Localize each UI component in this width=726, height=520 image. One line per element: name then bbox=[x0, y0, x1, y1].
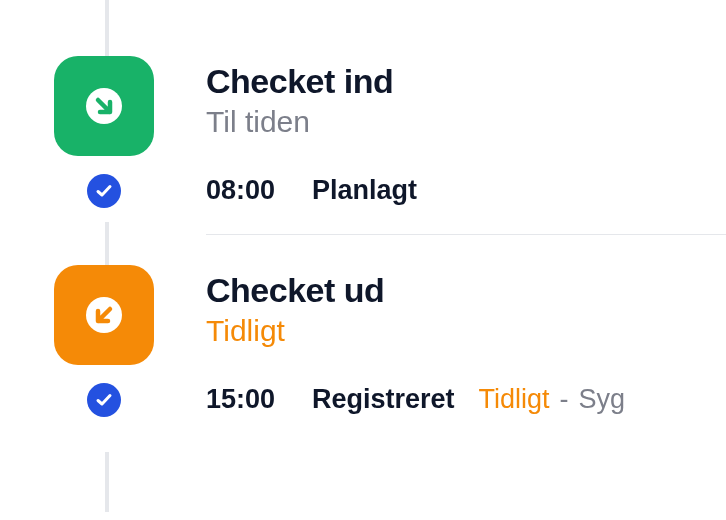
item-detail-row: 15:00 Registreret Tidligt - Syg bbox=[206, 384, 726, 415]
item-content: Checket ind Til tiden 08:00 Planlagt bbox=[206, 56, 726, 206]
item-title: Checket ind bbox=[206, 62, 726, 101]
item-detail-row: 08:00 Planlagt bbox=[206, 175, 726, 206]
badge-column bbox=[54, 56, 154, 208]
item-tag-reason: Syg bbox=[579, 384, 626, 415]
arrow-down-right-circle-icon bbox=[80, 82, 128, 130]
timeline: Checket ind Til tiden 08:00 Planlagt bbox=[0, 0, 726, 415]
item-tag-early: Tidligt bbox=[479, 384, 550, 415]
item-title: Checket ud bbox=[206, 271, 726, 310]
item-status-label: Planlagt bbox=[312, 175, 417, 206]
checkin-badge bbox=[54, 56, 154, 156]
checkout-badge bbox=[54, 265, 154, 365]
check-icon bbox=[95, 182, 113, 200]
timeline-item: Checket ud Tidligt 15:00 Registreret Tid… bbox=[48, 235, 726, 415]
check-badge bbox=[87, 174, 121, 208]
item-tag-sep: - bbox=[560, 384, 569, 415]
timeline-item: Checket ind Til tiden 08:00 Planlagt bbox=[48, 0, 726, 206]
item-subtitle: Tidligt bbox=[206, 314, 726, 348]
item-content: Checket ud Tidligt 15:00 Registreret Tid… bbox=[206, 265, 726, 415]
item-time: 08:00 bbox=[206, 175, 288, 206]
item-subtitle: Til tiden bbox=[206, 105, 726, 139]
item-time: 15:00 bbox=[206, 384, 288, 415]
arrow-down-left-circle-icon bbox=[80, 291, 128, 339]
check-badge bbox=[87, 383, 121, 417]
timeline-line bbox=[105, 452, 109, 512]
badge-column bbox=[54, 265, 154, 417]
check-icon bbox=[95, 391, 113, 409]
item-status-label: Registreret bbox=[312, 384, 455, 415]
